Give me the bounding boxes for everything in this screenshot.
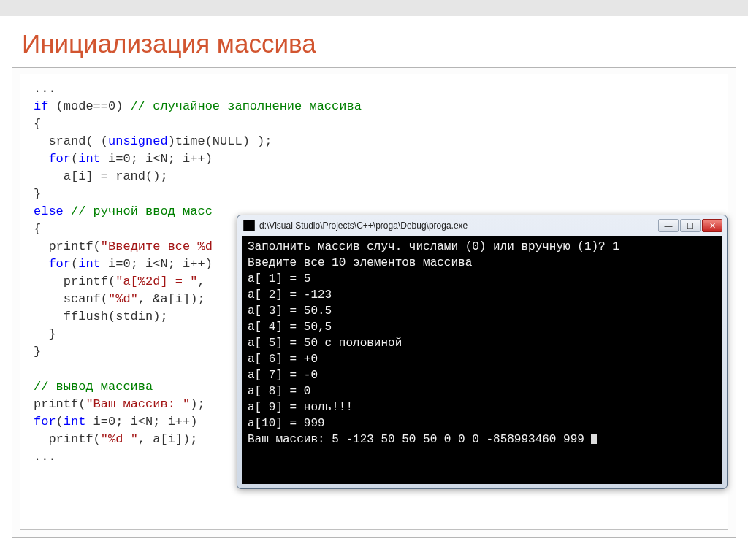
console-output: Заполнить массив случ. числами (0) или в… <box>242 236 722 484</box>
close-button[interactable]: ✕ <box>702 219 722 232</box>
console-line: a[10] = 999 <box>248 417 325 430</box>
console-line: a[ 3] = 50.5 <box>248 304 332 318</box>
console-line: a[ 7] = -0 <box>248 369 318 382</box>
cursor-icon <box>591 434 597 444</box>
console-line: a[ 4] = 50,5 <box>248 321 332 334</box>
console-window: d:\Visual Studio\Projects\C++\proga\Debu… <box>237 215 728 489</box>
app-icon <box>243 220 255 231</box>
console-line: a[ 8] = 0 <box>248 385 310 398</box>
console-line: a[ 6] = +0 <box>248 353 318 366</box>
console-line: Ваш массив: 5 -123 50 50 50 0 0 0 -85899… <box>248 433 591 446</box>
maximize-button[interactable]: ☐ <box>680 219 701 232</box>
console-titlebar[interactable]: d:\Visual Studio\Projects\C++\proga\Debu… <box>237 215 727 236</box>
console-line: a[ 5] = 50 с половиной <box>248 337 402 350</box>
console-line: a[ 1] = 5 <box>248 272 310 285</box>
console-line: a[ 2] = -123 <box>248 288 332 302</box>
console-line: Введите все 10 элементов массива <box>248 256 472 269</box>
slide-title: Инициализация массива <box>0 16 748 67</box>
header-strip <box>0 0 748 16</box>
minimize-button[interactable]: — <box>658 219 679 232</box>
console-line: Заполнить массив случ. числами (0) или в… <box>248 240 619 253</box>
console-path: d:\Visual Studio\Projects\C++\proga\Debu… <box>259 220 658 231</box>
console-line: a[ 9] = ноль!!! <box>248 401 353 414</box>
